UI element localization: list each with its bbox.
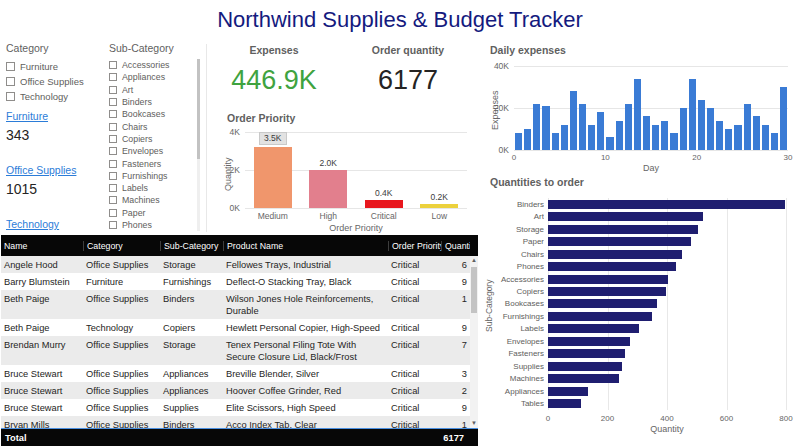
bar-day-14[interactable] [634,79,641,150]
slicer-item-art[interactable]: Art [109,84,200,96]
bar-fasteners[interactable] [548,349,625,358]
bar-art[interactable] [548,212,703,221]
slicer-item-accessories[interactable]: Accessories [109,59,200,71]
column-header-sub-category[interactable]: Sub-Category [160,241,223,251]
bar-machines[interactable] [548,374,619,383]
checkbox-icon[interactable] [109,86,117,94]
checkbox-icon[interactable] [109,172,117,180]
bar-day-18[interactable] [670,133,677,150]
bar-day-29[interactable] [771,133,778,150]
bar[interactable] [254,147,292,208]
bar-day-13[interactable] [625,104,632,150]
bar-day-24[interactable] [725,129,732,150]
bar-day-30[interactable] [780,87,787,150]
scrollbar-thumb[interactable] [471,267,477,313]
table-row[interactable]: Angele HoodOffice SuppliesStorageFellowe… [1,256,470,273]
bar-day-10[interactable] [597,112,604,150]
table-row[interactable]: Bruce StewartOffice SuppliesAppliancesBr… [1,365,470,382]
scrollbar-thumb[interactable] [197,59,200,159]
bar-binders[interactable] [548,200,785,209]
column-header-product-name[interactable]: Product Name [223,241,388,251]
checkbox-icon[interactable] [6,62,15,71]
slicer-item-fasteners[interactable]: Fasteners [109,157,200,169]
bar-appliances[interactable] [548,387,588,396]
table-row[interactable]: Beth PaigeOffice SuppliesBindersWilson J… [1,290,470,319]
slicer-item-binders[interactable]: Binders [109,96,200,108]
bar-bookcases[interactable] [548,299,657,308]
checkbox-icon[interactable] [109,147,117,155]
slicer-item-furnishings[interactable]: Furnishings [109,170,200,182]
slicer-item-copiers[interactable]: Copiers [109,133,200,145]
bar-storage[interactable] [548,225,698,234]
subcategory-scrollbar[interactable] [197,59,200,231]
bar-day-21[interactable] [698,100,705,150]
checkbox-icon[interactable] [109,221,117,229]
bar-paper[interactable] [548,237,691,246]
table-row[interactable]: Bruce StewartOffice SuppliesAppliancesHo… [1,382,470,399]
slicer-item-labels[interactable]: Labels [109,182,200,194]
bar-day-3[interactable] [533,104,540,150]
bar-day-7[interactable] [570,91,577,150]
bar-day-4[interactable] [542,106,549,150]
checkbox-icon[interactable] [6,77,15,86]
checkbox-icon[interactable] [109,135,117,143]
bar-furnishings[interactable] [548,312,652,321]
slicer-item-machines[interactable]: Machines [109,194,200,206]
bar-day-17[interactable] [661,121,668,150]
column-header-name[interactable]: Name [1,241,83,251]
bar-day-22[interactable] [707,108,714,150]
table-row[interactable]: Brendan MurryOffice SuppliesStorageTenex… [1,336,470,365]
bar-day-11[interactable] [606,137,613,150]
checkbox-icon[interactable] [109,196,117,204]
bar[interactable] [365,200,403,208]
card-category-link[interactable]: Furniture [6,110,48,122]
checkbox-icon[interactable] [109,160,117,168]
bar-day-25[interactable] [734,125,741,150]
bar-day-15[interactable] [643,116,650,150]
column-header-order-priority[interactable]: Order Priority [388,241,441,251]
bar-envelopes[interactable] [548,337,630,346]
slicer-item-office-supplies[interactable]: Office Supplies [6,74,102,89]
scroll-down-icon[interactable]: ▼ [470,419,478,428]
checkbox-icon[interactable] [6,92,15,101]
bar-phones[interactable] [548,262,676,271]
slicer-item-technology[interactable]: Technology [6,89,102,104]
bar-day-5[interactable] [552,133,559,150]
bar-accessories[interactable] [548,275,668,284]
table-row[interactable]: Bruce StewartOffice SuppliesSuppliesElit… [1,399,470,416]
column-header-quantity[interactable]: Quantity [441,241,470,251]
bar-day-1[interactable] [515,133,522,150]
bar-copiers[interactable] [548,287,666,296]
slicer-item-appliances[interactable]: Appliances [109,71,200,83]
bar-day-26[interactable] [744,104,751,150]
slicer-item-phones[interactable]: Phones [109,219,200,231]
bar-day-12[interactable] [616,121,623,150]
slicer-item-chairs[interactable]: Chairs [109,120,200,132]
checkbox-icon[interactable] [109,73,117,81]
bar-day-20[interactable] [689,79,696,150]
checkbox-icon[interactable] [109,184,117,192]
bar-day-8[interactable] [579,104,586,150]
scroll-up-icon[interactable]: ▲ [470,256,478,265]
table-scrollbar[interactable]: ▲ ▼ [470,256,478,428]
card-category-link[interactable]: Technology [6,218,59,230]
checkbox-icon[interactable] [109,98,117,106]
bar[interactable] [309,170,347,208]
bar-day-9[interactable] [588,125,595,150]
bar-supplies[interactable] [548,362,622,371]
slicer-item-bookcases[interactable]: Bookcases [109,108,200,120]
bar-day-23[interactable] [716,121,723,150]
checkbox-icon[interactable] [109,209,117,217]
bar-day-27[interactable] [753,116,760,150]
bar-tables[interactable] [548,399,581,408]
table-row[interactable]: Beth PaigeTechnologyCopiersHewlett Perso… [1,319,470,336]
card-category-link[interactable]: Office Supplies [6,164,76,176]
checkbox-icon[interactable] [109,110,117,118]
slicer-item-paper[interactable]: Paper [109,207,200,219]
bar[interactable] [420,204,458,208]
slicer-item-envelopes[interactable]: Envelopes [109,145,200,157]
bar-chairs[interactable] [548,250,682,259]
checkbox-icon[interactable] [109,123,117,131]
bar-labels[interactable] [548,324,639,333]
bar-day-16[interactable] [652,125,659,150]
